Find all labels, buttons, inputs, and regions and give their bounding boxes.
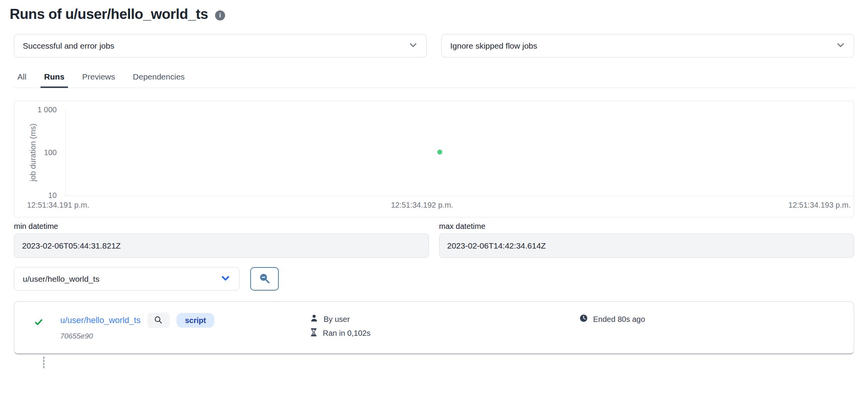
job-search-button[interactable] <box>250 267 279 291</box>
max-datetime-input[interactable] <box>439 234 854 258</box>
tab-all[interactable]: All <box>14 67 30 88</box>
page-title: Runs of u/user/hello_world_ts <box>10 6 208 22</box>
chart-x-tick: 12:51:34.192 p.m. <box>391 201 453 210</box>
chart-x-tick: 12:51:34.193 p.m. <box>788 201 851 210</box>
run-main: u/user/hello_world_ts script 70655e90 <box>60 312 214 340</box>
hourglass-icon <box>310 328 317 338</box>
run-duration-text: Ran in 0,102s <box>323 329 370 338</box>
run-list-item[interactable]: u/user/hello_world_ts script 70655e90 <box>14 301 854 354</box>
tab-previews[interactable]: Previews <box>79 67 119 88</box>
run-ended-text: Ended 80s ago <box>593 315 645 324</box>
script-path-select-value: u/user/hello_world_ts <box>23 274 99 284</box>
run-hash: 70655e90 <box>60 332 214 340</box>
job-kind-badge: script <box>176 313 214 328</box>
chart-x-tick: 12:51:34.191 p.m. <box>27 201 89 210</box>
flow-jobs-select-value: Ignore skipped flow jobs <box>450 41 537 51</box>
runs-chart[interactable]: job duration (ms) 1 000 100 10 12:51:34.… <box>14 101 854 217</box>
path-filter-row: u/user/hello_world_ts <box>14 267 868 291</box>
run-path-link[interactable]: u/user/hello_world_ts <box>60 315 141 325</box>
chevron-down-icon <box>220 273 231 285</box>
chart-y-tick: 1 000 <box>14 105 57 114</box>
job-status-select[interactable]: Successful and error jobs <box>14 34 427 58</box>
script-path-select[interactable]: u/user/hello_world_ts <box>14 267 239 291</box>
timeline-connector <box>43 357 44 368</box>
run-by-text: By user <box>324 315 350 324</box>
datetime-filter-row: min datetime max datetime <box>14 222 854 258</box>
filter-row: Successful and error jobs Ignore skipped… <box>14 34 854 58</box>
zoom-out-magnifier-icon <box>259 272 270 285</box>
info-icon[interactable]: i <box>215 10 225 20</box>
max-datetime-label: max datetime <box>439 222 854 231</box>
chart-x-axis-line <box>65 196 854 196</box>
magnifier-icon <box>154 315 163 326</box>
run-ended: Ended 80s ago <box>580 314 645 324</box>
clock-icon <box>580 314 588 324</box>
flow-jobs-select[interactable]: Ignore skipped flow jobs <box>441 34 854 58</box>
min-datetime-label: min datetime <box>14 222 429 231</box>
chart-y-axis-line <box>65 109 66 196</box>
check-icon <box>34 318 43 328</box>
run-inspect-button[interactable] <box>147 313 170 328</box>
chevron-down-icon <box>409 40 418 51</box>
chart-point[interactable] <box>437 150 442 155</box>
job-status-select-value: Successful and error jobs <box>23 41 114 51</box>
person-icon <box>310 314 318 324</box>
tab-runs[interactable]: Runs <box>41 67 68 88</box>
min-datetime-input[interactable] <box>14 234 429 258</box>
chart-y-tick: 10 <box>14 191 57 200</box>
tab-bar: All Runs Previews Dependencies <box>14 67 854 88</box>
chart-y-tick: 100 <box>14 148 57 157</box>
run-details: By user Ran in 0,102s <box>310 314 370 338</box>
page-header: Runs of u/user/hello_world_ts i <box>10 6 868 22</box>
chevron-down-icon <box>836 40 845 51</box>
tab-dependencies[interactable]: Dependencies <box>129 67 188 88</box>
